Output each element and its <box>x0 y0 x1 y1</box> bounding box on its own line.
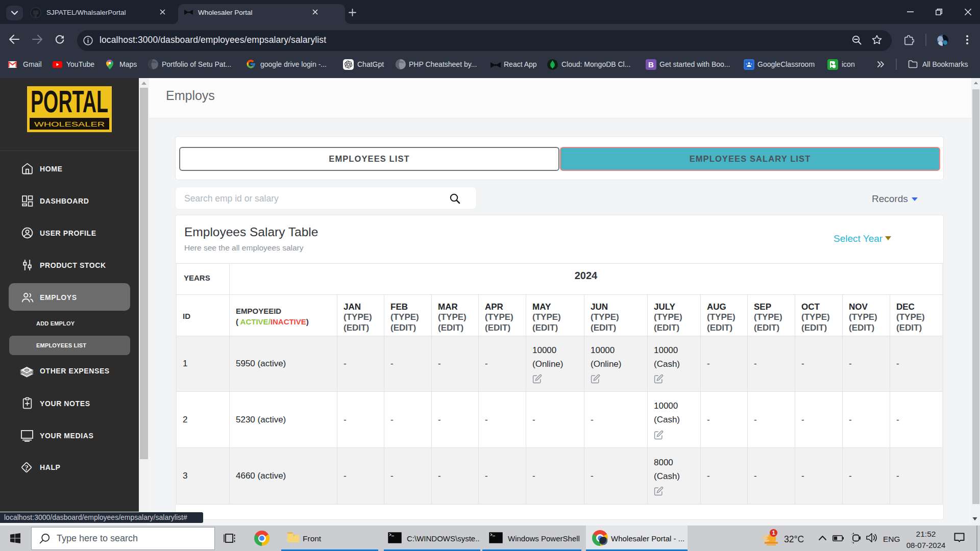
svg-text:?: ? <box>24 464 28 472</box>
svg-text:WHOLESALER: WHOLESALER <box>34 120 105 128</box>
svg-text:PORTAL: PORTAL <box>31 86 108 118</box>
